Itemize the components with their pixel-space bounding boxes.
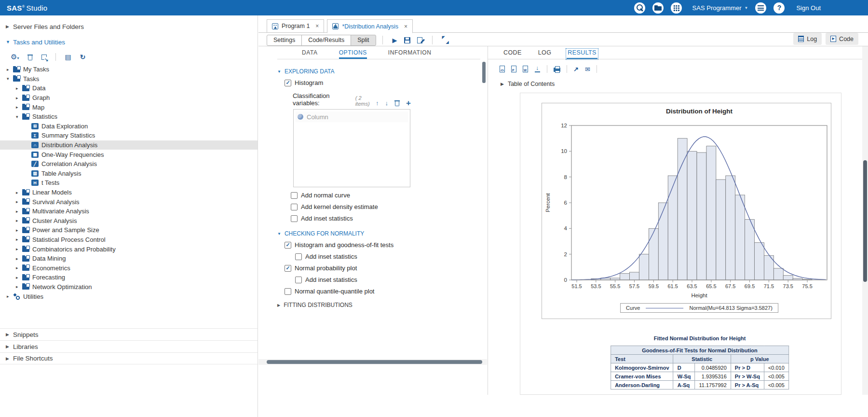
expander-icon[interactable]: ▸ [7,67,13,72]
tab-log[interactable]: LOG [537,49,553,59]
expander-icon[interactable]: ▸ [16,190,22,195]
expander-icon[interactable]: ▸ [16,284,22,289]
checkbox-unchecked[interactable] [291,204,298,210]
expander-icon[interactable]: ▾ [16,114,22,119]
expander-icon[interactable]: ▸ [16,218,22,223]
option-add-normal-curve[interactable]: Add normal curve [291,192,487,199]
expander-icon[interactable]: ▸ [16,265,22,270]
tree-item-correlation-analysis[interactable]: ╱Correlation Analysis [0,159,258,169]
expander-icon[interactable]: ▸ [16,228,22,233]
section-checking-normality[interactable]: ▼ CHECKING FOR NORMALITY [277,230,487,237]
expander-icon[interactable]: ▸ [16,247,22,251]
expander-icon[interactable]: ▸ [16,105,22,110]
panel-divider[interactable] [258,15,258,417]
checkbox-checked[interactable] [285,80,291,86]
tab-results[interactable]: RESULTS [567,49,597,59]
tree-item-utilities[interactable]: ▸Utilities [0,292,258,301]
tree-item-map[interactable]: ▸Map [0,102,258,112]
expander-icon[interactable]: ▸ [16,237,22,242]
close-icon[interactable]: × [315,23,319,29]
close-icon[interactable]: × [404,23,407,30]
download-word-icon[interactable]: W [523,66,528,72]
apps-grid-icon[interactable] [671,2,682,14]
help-icon[interactable]: ? [773,2,785,14]
search-icon[interactable] [634,2,645,14]
move-down-icon[interactable]: ↓ [385,99,389,107]
run-icon[interactable]: ▶ [393,37,397,44]
checkbox-unchecked[interactable] [295,253,302,260]
option-histogram-and-goodness-of-fit-tests[interactable]: Histogram and goodness-of-fit tests [285,241,487,249]
checkbox-checked[interactable] [285,242,291,249]
results-scrollbar-thumb[interactable] [863,160,867,282]
expander-icon[interactable]: ▸ [16,199,22,204]
tree-item-one-way-frequencies[interactable]: ▦One-Way Frequencies [0,150,258,159]
tree-item-multivariate-analysis[interactable]: ▸Multivariate Analysis [0,207,258,216]
download-icon[interactable] [534,66,541,72]
open-in-new-icon[interactable]: ↗ [573,66,579,73]
view-code-results-button[interactable]: Code/Results [301,35,351,46]
print-icon[interactable] [554,68,560,72]
maximize-icon[interactable] [442,37,449,43]
remove-variable-icon[interactable] [394,100,400,106]
tree-item-data[interactable]: ▸Data [0,83,258,93]
section-tasks-utilities[interactable]: ▼ Tasks and Utilities [0,36,258,48]
sign-out-button[interactable]: Sign Out [796,4,821,12]
tree-item-summary-statistics[interactable]: ΣSummary Statistics [0,131,258,140]
download-html-icon[interactable]: <> [500,66,505,72]
tree-item-tasks[interactable]: ▾Tasks [0,74,258,84]
tree-item-linear-models[interactable]: ▸Linear Models [0,188,258,197]
tree-item-survival-analysis[interactable]: ▸Survival Analysis [0,197,258,207]
edit-selection-icon[interactable] [41,55,47,60]
delete-icon[interactable] [27,54,33,60]
user-menu[interactable]: SAS Programmer▼ [692,4,748,12]
option-normal-probability-plot[interactable]: Normal probability plot [285,264,487,272]
save-icon[interactable] [404,37,410,43]
tree-item-cluster-analysis[interactable]: ▸Cluster Analysis [0,216,258,226]
tree-item-my-tasks[interactable]: ▸My Tasks [0,65,258,74]
tree-item-graph[interactable]: ▸Graph [0,93,258,103]
expander-icon[interactable]: ▸ [16,275,22,280]
log-button[interactable]: Log [793,33,822,45]
view-split-button[interactable]: Split [351,35,376,46]
checkbox-unchecked[interactable] [291,192,298,199]
tree-item-econometrics[interactable]: ▸Econometrics [0,263,258,273]
option-normal-quantile-quantile-plot[interactable]: Normal quantile-quantile plot [285,288,487,295]
checkbox-unchecked[interactable] [291,215,298,222]
expander-icon[interactable]: ▸ [7,294,13,299]
tree-item-statistics[interactable]: ▾Statistics [0,112,258,122]
refresh-icon[interactable]: ↻ [80,53,86,61]
edit-code-icon[interactable] [417,37,422,43]
section-snippets[interactable]: ▶Snippets [0,328,258,340]
preferences-icon[interactable] [755,2,766,14]
option-add-inset-statistics[interactable]: Add inset statistics [295,276,487,283]
expander-icon[interactable]: ▸ [16,209,22,214]
section-server-files[interactable]: ▶ Server Files and Folders [0,20,258,33]
expander-icon[interactable]: ▾ [7,76,13,81]
expander-icon[interactable]: ▸ [16,86,22,91]
tab-code[interactable]: CODE [502,49,523,59]
tree-item-data-mining[interactable]: ▸Data Mining [0,254,258,264]
option-histogram[interactable]: Histogram [285,79,487,86]
section-exploring-data[interactable]: ▼ EXPLORING DATA [277,68,487,75]
download-pdf-icon[interactable]: P [511,66,516,72]
table-of-contents-toggle[interactable]: ▶ Table of Contents [501,81,862,87]
tree-item-data-exploration[interactable]: ⊞Data Exploration [0,122,258,131]
classification-variables-list[interactable]: Column [293,109,410,187]
option-add-kernel-density-estimate[interactable]: Add kernel density estimate [291,203,487,210]
tree-item-combinatorics-and-probability[interactable]: ▸Combinatorics and Probability [0,244,258,254]
expander-icon[interactable]: ▸ [16,256,22,261]
tree-item-table-analysis[interactable]: ▥Table Analysis [0,169,258,179]
tab-distribution-analysis[interactable]: *Distribution Analysis × [327,19,413,33]
tree-item-t-tests[interactable]: Ht Tests [0,178,258,188]
option-add-inset-statistics[interactable]: Add inset statistics [291,215,487,222]
tree-item-statistical-process-control[interactable]: ▸Statistical Process Control [0,235,258,245]
section-libraries[interactable]: ▶Libraries [0,340,258,352]
checkbox-unchecked[interactable] [295,277,302,283]
horizontal-scrollbar-thumb[interactable] [267,360,482,364]
code-button[interactable]: Code [826,33,858,45]
properties-icon[interactable]: ▤ [65,53,71,61]
open-folder-icon[interactable] [652,2,664,14]
tree-item-network-optimization[interactable]: ▸Network Optimization [0,282,258,292]
tab-options[interactable]: OPTIONS [339,49,367,59]
checkbox-unchecked[interactable] [285,288,291,295]
